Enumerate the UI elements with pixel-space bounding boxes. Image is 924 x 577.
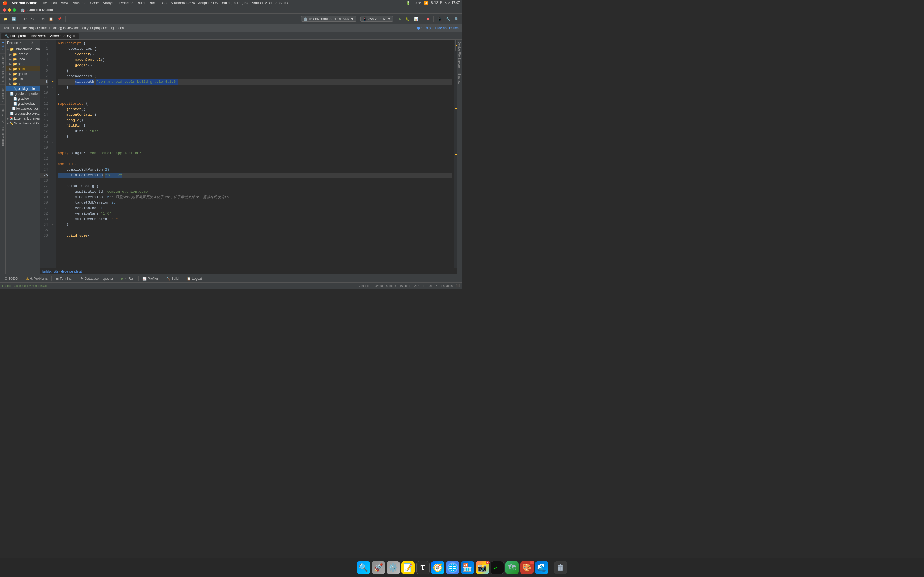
undo-btn[interactable]: ↩ bbox=[22, 16, 28, 22]
search-everywhere-btn[interactable]: 🔍 bbox=[453, 16, 460, 22]
sdk-btn[interactable]: 🔧 bbox=[444, 16, 452, 22]
tree-item-proguard[interactable]: 📄 proguard-project.txt bbox=[5, 111, 40, 116]
code-editor[interactable]: 1 2 3 4 5 6 7 8 9 10 11 12 13 14 15 16 1… bbox=[40, 40, 457, 268]
tree-item-gradle-hidden[interactable]: ▶ 📂 .gradle bbox=[5, 52, 40, 56]
tree-item-aars[interactable]: ▶ 📂 aars bbox=[5, 61, 40, 66]
breadcrumb-item-2[interactable]: dependencies() bbox=[61, 270, 82, 273]
database-inspector-tab[interactable]: 🗄 Database Inspector bbox=[78, 276, 116, 281]
todo-tab[interactable]: ☑ TODO bbox=[2, 276, 21, 281]
menu-file[interactable]: File bbox=[41, 1, 47, 5]
emulator-tab[interactable]: Emulator bbox=[457, 71, 462, 88]
maximize-button[interactable] bbox=[13, 8, 16, 11]
tree-item-gradlew[interactable]: 📄 gradlew bbox=[5, 96, 40, 101]
breadcrumb-item-1[interactable]: buildscript() bbox=[42, 270, 58, 273]
menu-build[interactable]: Build bbox=[137, 1, 145, 5]
paste-btn[interactable]: 📌 bbox=[56, 16, 63, 22]
menu-refactor[interactable]: Refactor bbox=[120, 1, 133, 5]
gutter-19-fold[interactable]: ▾ bbox=[50, 140, 55, 145]
scroll-thumb[interactable] bbox=[455, 40, 456, 50]
tree-item-src[interactable]: ▶ 📂 src bbox=[5, 81, 40, 86]
tree-item-build[interactable]: ▶ 📂 build bbox=[5, 66, 40, 71]
code-text-area[interactable]: buildscript { repositories { jcenter() m… bbox=[55, 40, 454, 268]
build-tab[interactable]: 🔨 Build bbox=[163, 276, 181, 281]
profile-btn[interactable]: 📊 bbox=[412, 16, 420, 22]
gutter-14 bbox=[50, 112, 55, 118]
properties-icon: 📄 bbox=[12, 106, 16, 110]
problems-tab[interactable]: ⚠ 6: Problems bbox=[23, 276, 50, 281]
line-num-27: 27 bbox=[40, 184, 48, 189]
gutter-18-fold[interactable]: ▾ bbox=[50, 134, 55, 140]
code-line-16: flatDir { bbox=[58, 123, 452, 129]
device-file-explorer-tab[interactable]: Device File Explorer bbox=[457, 40, 462, 71]
build-variants-tab[interactable]: Build Variants bbox=[0, 125, 5, 148]
menu-view[interactable]: View bbox=[61, 1, 68, 5]
debug-btn[interactable]: 🐛 bbox=[404, 16, 411, 22]
code-line-14: mavenCentral() bbox=[58, 112, 452, 118]
menu-code[interactable]: Code bbox=[90, 1, 99, 5]
menu-navigate[interactable]: Navigate bbox=[72, 1, 86, 5]
indent-setting[interactable]: 4 spaces bbox=[441, 284, 453, 287]
tree-item-build-gradle[interactable]: 🔧 build.gradle bbox=[5, 86, 40, 91]
status-bar: Launch succeeded (6 minutes ago) Event L… bbox=[0, 282, 462, 288]
tab-build-gradle[interactable]: 🔧 build.gradle (unionNormal_Android_SDK)… bbox=[1, 33, 79, 39]
run-btn[interactable]: ▶ bbox=[397, 16, 403, 22]
tree-item-idea[interactable]: ▶ 📂 .idea bbox=[5, 56, 40, 61]
apple-menu[interactable]: 🍎 bbox=[2, 0, 8, 5]
favorites-tab[interactable]: 2: Favorites bbox=[0, 105, 5, 125]
gutter-35 bbox=[50, 227, 55, 233]
layout-inspector-link[interactable]: Layout Inspector bbox=[374, 284, 396, 287]
redo-btn[interactable]: ↪ bbox=[29, 16, 36, 22]
device-selector[interactable]: 📱 vivo V1901A ▼ bbox=[360, 16, 393, 22]
run-tab[interactable]: ▶ 4: Run bbox=[118, 276, 137, 281]
gear-icon-btn[interactable]: ⚙ bbox=[30, 41, 34, 45]
menu-tools[interactable]: Tools bbox=[159, 1, 167, 5]
tree-item-gradle-properties[interactable]: 📄 gradle.properties bbox=[5, 91, 40, 96]
minimize-button[interactable] bbox=[8, 8, 11, 11]
tree-item-libs[interactable]: ▶ 📂 libs bbox=[5, 76, 40, 81]
hide-notification-link[interactable]: Hide notification bbox=[435, 26, 459, 30]
menu-run[interactable]: Run bbox=[149, 1, 155, 5]
tree-item-gradlew-bat[interactable]: 📄 gradlew.bat bbox=[5, 101, 40, 106]
close-button[interactable] bbox=[3, 8, 6, 11]
terminal-tab[interactable]: ▣ Terminal bbox=[53, 276, 75, 281]
line-num-6: 6 bbox=[40, 68, 48, 74]
code-line-27: defaultConfig { bbox=[58, 184, 452, 189]
tree-root[interactable]: ▼ 📁 unionNormal_Android_SDK bbox=[5, 47, 40, 52]
menu-analyze[interactable]: Analyze bbox=[103, 1, 115, 5]
project-dropdown-icon[interactable]: ▼ bbox=[19, 41, 22, 44]
tree-item-external-libs[interactable]: ▶ 📚 External Libraries bbox=[5, 116, 40, 121]
encoding[interactable]: UTF-8 bbox=[429, 284, 437, 287]
avd-btn[interactable]: 📱 bbox=[436, 16, 443, 22]
build-label: Build bbox=[171, 277, 179, 280]
tab-close-btn[interactable]: ✕ bbox=[73, 34, 75, 38]
bottom-sep-4 bbox=[117, 276, 118, 281]
bottom-sep-7 bbox=[183, 276, 183, 281]
menu-edit[interactable]: Edit bbox=[51, 1, 57, 5]
build-icon: 🔨 bbox=[166, 277, 170, 280]
line-ending[interactable]: LF bbox=[422, 284, 425, 287]
collapse-all-btn[interactable]: — bbox=[35, 41, 38, 45]
stop-btn[interactable]: ⏹ bbox=[425, 16, 431, 22]
tree-item-local-properties[interactable]: 📄 local.properties bbox=[5, 106, 40, 111]
gutter-22 bbox=[50, 156, 55, 161]
menu-app[interactable]: Android Studio bbox=[11, 1, 37, 5]
structure-tab[interactable]: Z: Structure bbox=[0, 84, 5, 105]
tree-item-gradle[interactable]: ▶ 📂 gradle bbox=[5, 71, 40, 76]
gutter-34-fold[interactable]: ▾ bbox=[50, 222, 55, 227]
open-project-structure-link[interactable]: Open (⌘;) bbox=[415, 26, 431, 30]
logcat-tab[interactable]: 📋 Logcat bbox=[184, 276, 205, 281]
profiler-tab[interactable]: 📈 Profiler bbox=[140, 276, 161, 281]
sync-btn[interactable]: 🔄 bbox=[10, 16, 18, 22]
project-panel-tab[interactable]: Project bbox=[0, 40, 5, 53]
tree-item-scratches[interactable]: ▶ ✏️ Scratches and Consoles bbox=[5, 121, 40, 126]
run-config-selector[interactable]: 🤖 unionNormal_Android_SDK ▼ bbox=[301, 16, 356, 22]
project-structure-btn[interactable]: 📁 bbox=[2, 16, 9, 22]
gutter-10-fold[interactable]: ▾ bbox=[50, 90, 55, 96]
event-log-link[interactable]: Event Log bbox=[357, 284, 371, 287]
cut-btn[interactable]: ✂ bbox=[40, 16, 46, 22]
copy-btn[interactable]: 📋 bbox=[47, 16, 55, 22]
item-label: src bbox=[18, 82, 22, 86]
gutter-9-fold[interactable]: ▾ bbox=[50, 85, 55, 90]
gutter-6-fold[interactable]: ▾ bbox=[50, 68, 55, 74]
resource-manager-tab[interactable]: Resource Manager bbox=[0, 53, 5, 84]
